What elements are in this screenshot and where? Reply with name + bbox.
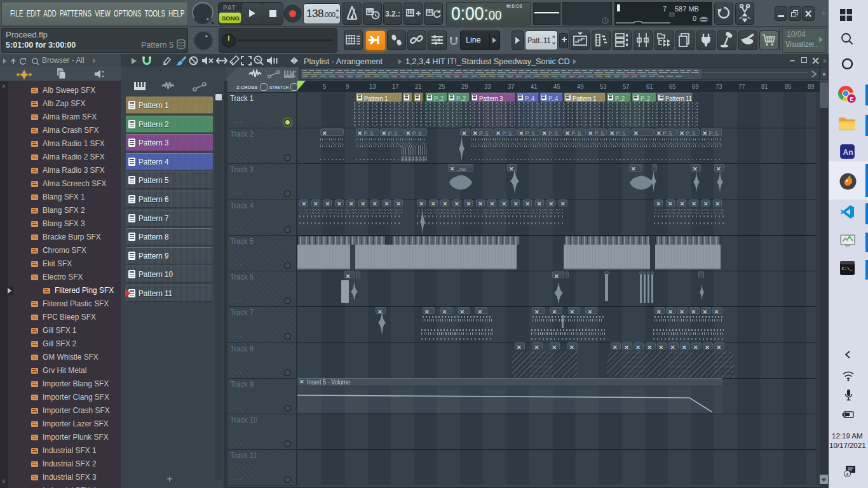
svg-text:3.2.:: 3.2.: [385, 10, 400, 18]
svg-text:C:\_: C:\_ [842, 266, 853, 271]
svg-text:E: E [850, 96, 853, 102]
